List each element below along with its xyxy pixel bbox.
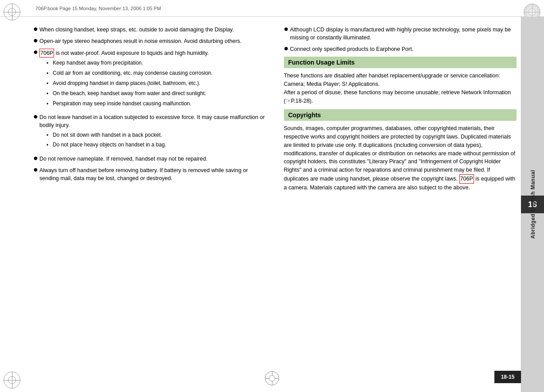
sub-dot: • — [47, 90, 53, 98]
content-area: ● When closing handset, keep straps, etc… — [24, 17, 521, 392]
bullet-dot-r1: ● — [284, 25, 290, 33]
bullet-dot-2: ● — [33, 36, 39, 44]
bullet-text-1: When closing handset, keep straps, etc. … — [39, 26, 266, 34]
sub-item-3-1: • Keep handset away from precipitation. — [47, 59, 266, 67]
sub-dot: • — [47, 80, 53, 88]
sub-list-4: • Do not sit down with handset in a back… — [47, 131, 266, 150]
bullet-item-r1: ● Although LCD display is manufactured w… — [284, 26, 517, 42]
highlight-706p-1: 706P — [39, 49, 54, 58]
section-heading-copyrights: Copyrights — [284, 109, 517, 121]
sub-item-3-5: • Perspiration may seep inside handset c… — [47, 100, 266, 108]
page-container: 706P.book Page 15 Monday, November 13, 2… — [0, 0, 544, 392]
header-text: 706P.book Page 15 Monday, November 13, 2… — [35, 6, 161, 11]
sub-text-4-1: Do not sit down with handset in a back p… — [53, 131, 162, 139]
bullet-text-3: 706P is not water-proof. Avoid exposure … — [39, 49, 266, 110]
sub-item-4-2: • Do not place heavy objects on handset … — [47, 141, 266, 149]
sub-text-3-5: Perspiration may seep inside handset cau… — [53, 100, 191, 108]
bullet-text-6: Always turn off handset before removing … — [39, 166, 266, 182]
bullet-item-3: ● 706P is not water-proof. Avoid exposur… — [33, 49, 266, 110]
sub-dot: • — [47, 142, 53, 149]
bullet-dot-6: ● — [33, 165, 39, 173]
bullet-text-5: Do not remove nameplate. If removed, han… — [39, 155, 266, 163]
sub-item-3-3: • Avoid dropping handset in damp places … — [47, 80, 266, 88]
bullet-item-4: ● Do not leave handset in a location sub… — [33, 113, 266, 151]
sub-item-4-1: • Do not sit down with handset in a back… — [47, 131, 266, 139]
corner-decoration-bl — [4, 372, 20, 388]
bullet-dot-r2: ● — [284, 44, 290, 52]
bullet-dot-5: ● — [33, 154, 39, 162]
sub-text-3-4: On the beach, keep handset away from wat… — [53, 90, 206, 97]
bullet-item-1: ● When closing handset, keep straps, etc… — [33, 26, 266, 34]
sub-text-3-2: Cold air from air conditioning, etc. may… — [53, 69, 213, 77]
bullet-text-2: Open-air type stereo headphones result i… — [39, 37, 266, 45]
bullet-item-2: ● Open-air type stereo headphones result… — [33, 37, 266, 45]
sub-text-4-2: Do not place heavy objects on handset in… — [53, 141, 166, 149]
sub-dot: • — [47, 60, 53, 67]
bullet-dot-1: ● — [33, 25, 39, 33]
bullet-text-4: Do not leave handset in a location subje… — [39, 113, 266, 151]
sub-item-3-2: • Cold air from air conditioning, etc. m… — [47, 69, 266, 77]
sub-text-3-1: Keep handset away from precipitation. — [53, 59, 143, 67]
highlight-706p-2: 706P — [459, 174, 474, 184]
section-body-function: These functions are disabled after hands… — [284, 72, 517, 105]
bullet-item-5: ● Do not remove nameplate. If removed, h… — [33, 155, 266, 163]
bullet-dot-4: ● — [33, 112, 39, 120]
bullet-item-r2: ● Connect only specified products to Ear… — [284, 45, 517, 53]
corner-decoration-tl — [4, 4, 20, 20]
sub-text-3-3: Avoid dropping handset in damp places (t… — [53, 80, 200, 87]
sub-dot: • — [47, 100, 53, 108]
right-column: ● Although LCD display is manufactured w… — [280, 26, 517, 383]
sub-dot: • — [47, 70, 53, 77]
section-body-copyrights: Sounds, images, computer programmes, dat… — [284, 124, 517, 192]
sidebar-label: Abridged English Manual — [530, 170, 536, 239]
section-heading-function: Function Usage Limits — [284, 57, 517, 68]
sub-item-3-4: • On the beach, keep handset away from w… — [47, 90, 266, 98]
bullet-text-r1: Although LCD display is manufactured wit… — [290, 26, 517, 42]
sub-dot: • — [47, 132, 53, 139]
bullet-item-6: ● Always turn off handset before removin… — [33, 166, 266, 182]
bullet-dot-3: ● — [33, 48, 39, 56]
left-column: ● When closing handset, keep straps, etc… — [33, 26, 271, 383]
bullet-text-r2: Connect only specified products to Earph… — [290, 45, 517, 53]
right-sidebar: 18 Abridged English Manual — [521, 17, 544, 392]
header-bar: 706P.book Page 15 Monday, November 13, 2… — [0, 0, 544, 17]
sub-list-3: • Keep handset away from precipitation. … — [47, 59, 266, 108]
